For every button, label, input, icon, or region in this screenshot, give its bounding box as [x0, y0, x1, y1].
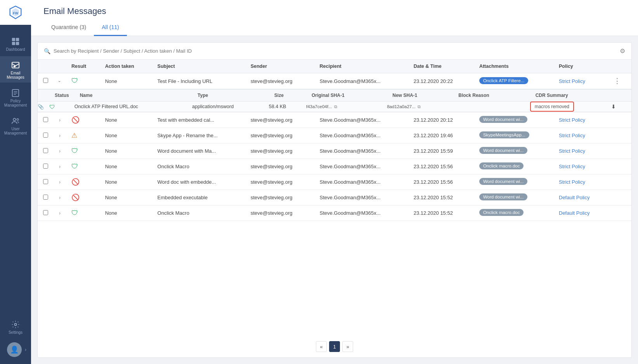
row5-subject: Onclick Macro	[152, 159, 245, 174]
header-policy: Policy	[553, 60, 608, 73]
table-row: › 🛡 None Word document with Ma... steve@…	[38, 143, 631, 159]
svg-rect-6	[16, 42, 19, 45]
row1-shield-ok-icon: 🛡	[71, 77, 78, 85]
header-recipient: Recipient	[314, 60, 408, 73]
row6-checkbox[interactable]	[43, 179, 48, 184]
row6-policy-link[interactable]: Strict Policy	[559, 179, 585, 185]
row3-policy: Strict Policy	[553, 128, 608, 143]
row8-policy-link[interactable]: Default Policy	[559, 210, 589, 216]
filewall-logo-icon: FW	[9, 5, 23, 19]
svg-point-15	[14, 323, 17, 326]
tab-bar: Quarantine (3) All (11)	[43, 21, 626, 36]
tab-quarantine[interactable]: Quarantine (3)	[43, 21, 94, 36]
user-avatar[interactable]: 👤	[7, 342, 22, 357]
row8-shield-ok-icon: 🛡	[71, 209, 78, 217]
row7-checkbox[interactable]	[43, 195, 48, 200]
sidebar-item-policy-management[interactable]: Policy Management	[0, 84, 31, 110]
row7-shield-bad-icon: 🚫	[71, 194, 80, 201]
row8-attachment: Onclick macro.doc	[474, 205, 553, 221]
header-action-taken: Action taken	[100, 60, 152, 73]
avatar-expand-arrow[interactable]: ›	[25, 347, 26, 352]
pagination: « 1 »	[38, 336, 631, 357]
sub-header-block-reason: Block Reason	[453, 90, 530, 102]
row3-subject: Skype App - Rename the...	[152, 128, 245, 143]
table-area: 🔍 ⚙ Result Action taken Subject Sender R…	[37, 42, 632, 358]
attach-original-sha: f43a7ce04f... ⧉	[306, 102, 387, 112]
row3-expand-toggle[interactable]: ›	[54, 128, 66, 143]
sub-header-cdr-summary: CDR Summary	[530, 90, 612, 102]
table-row-expanded: Status Name Type Size Original SHA-1 New…	[38, 89, 631, 112]
row1-policy-link[interactable]: Strict Policy	[559, 78, 585, 84]
row5-checkbox[interactable]	[43, 164, 48, 169]
tab-all[interactable]: All (11)	[94, 21, 127, 36]
row7-action-taken: None	[100, 190, 152, 205]
row1-recipient: Steve.Goodman@M365x...	[314, 73, 408, 89]
row8-expand-toggle[interactable]: ›	[54, 205, 66, 221]
row3-datetime: 23.12.2020 19:46	[408, 128, 474, 143]
row1-expanded-cell: Status Name Type Size Original SHA-1 New…	[38, 89, 631, 112]
row8-checkbox[interactable]	[43, 210, 48, 215]
row7-result: 🚫	[66, 190, 100, 205]
sidebar-item-user-management[interactable]: User Management	[0, 112, 31, 138]
sidebar-item-settings[interactable]: Settings	[0, 316, 31, 338]
table-row: › ⚠ None Skype App - Rename the... steve…	[38, 128, 631, 143]
pagination-next[interactable]: »	[342, 341, 353, 352]
pagination-prev[interactable]: «	[316, 341, 327, 352]
row1-checkbox[interactable]	[43, 78, 48, 83]
header-subject: Subject	[152, 60, 245, 73]
row8-recipient: Steve.Goodman@M365x...	[314, 205, 408, 221]
row5-attachment-pill: Onclick macro.doc	[479, 162, 524, 169]
paperclip-icon: 📎	[38, 104, 44, 110]
row6-recipient: Steve.Goodman@M365x...	[314, 174, 408, 190]
download-icon[interactable]: ⬇	[611, 104, 616, 110]
row5-recipient: Steve.Goodman@M365x...	[314, 159, 408, 174]
row1-expand-toggle[interactable]: ›	[54, 73, 66, 89]
row1-datetime: 23.12.2020 20:22	[408, 73, 474, 89]
pagination-page-1[interactable]: 1	[329, 341, 340, 352]
search-bar: 🔍 ⚙	[38, 43, 631, 60]
row7-attachment: Word document wi...	[474, 190, 553, 205]
email-icon	[11, 61, 20, 69]
row2-menu	[608, 112, 631, 128]
row8-action-taken: None	[100, 205, 152, 221]
search-input[interactable]	[54, 48, 617, 54]
table-row: › 🛡 None Test File - Including URL steve…	[38, 73, 631, 89]
row4-expand-toggle[interactable]: ›	[54, 143, 66, 159]
table-row: › 🚫 None Test with embedded cal... steve…	[38, 112, 631, 128]
sidebar-item-email-label: Email Messages	[2, 71, 29, 79]
page-header: Email Messages Quarantine (3) All (11)	[31, 0, 638, 36]
row1-subject: Test File - Including URL	[152, 73, 245, 89]
row3-checkbox[interactable]	[43, 133, 48, 138]
sub-header-name: Name	[75, 90, 192, 102]
row5-policy-link[interactable]: Strict Policy	[559, 164, 585, 169]
row4-policy-link[interactable]: Strict Policy	[559, 148, 585, 154]
new-sha-copy-icon[interactable]: ⧉	[418, 104, 421, 109]
row5-shield-ok-icon: 🛡	[71, 163, 78, 170]
row7-subject: Embedded executable	[152, 190, 245, 205]
row2-checkbox[interactable]	[43, 117, 48, 122]
row7-policy-link[interactable]: Default Policy	[559, 195, 589, 200]
sidebar-item-dashboard[interactable]: Dashboard	[0, 33, 31, 55]
original-sha-copy-icon[interactable]: ⧉	[334, 104, 337, 109]
search-icon: 🔍	[44, 48, 50, 54]
row4-attachment-pill: Word document wi...	[479, 147, 528, 154]
sidebar-navigation: Dashboard Email Messages Policy Manageme…	[0, 33, 31, 138]
row7-expand-toggle[interactable]: ›	[54, 190, 66, 205]
header-expand-cell	[54, 60, 66, 73]
table-row: › 🚫 None Word doc with embedde... steve@…	[38, 174, 631, 190]
row6-expand-toggle[interactable]: ›	[54, 174, 66, 190]
row3-policy-link[interactable]: Strict Policy	[559, 133, 585, 138]
sidebar-item-email-messages[interactable]: Email Messages	[0, 56, 31, 83]
row5-expand-toggle[interactable]: ›	[54, 159, 66, 174]
sub-header-status: Status	[49, 90, 75, 102]
table-settings-icon[interactable]: ⚙	[620, 47, 625, 55]
row2-policy-link[interactable]: Strict Policy	[559, 117, 585, 123]
row8-attachment-pill: Onclick macro.doc	[479, 209, 524, 216]
row1-three-dot-menu[interactable]: ⋮	[614, 77, 621, 85]
row4-checkbox[interactable]	[43, 148, 48, 153]
row3-recipient: Steve.Goodman@M365x...	[314, 128, 408, 143]
new-sha-value: 8ad12a0a27...	[387, 104, 416, 109]
row1-sender: steve@stevieg.org	[245, 73, 314, 89]
row3-sender: steve@stevieg.org	[245, 128, 314, 143]
row2-expand-toggle[interactable]: ›	[54, 112, 66, 128]
